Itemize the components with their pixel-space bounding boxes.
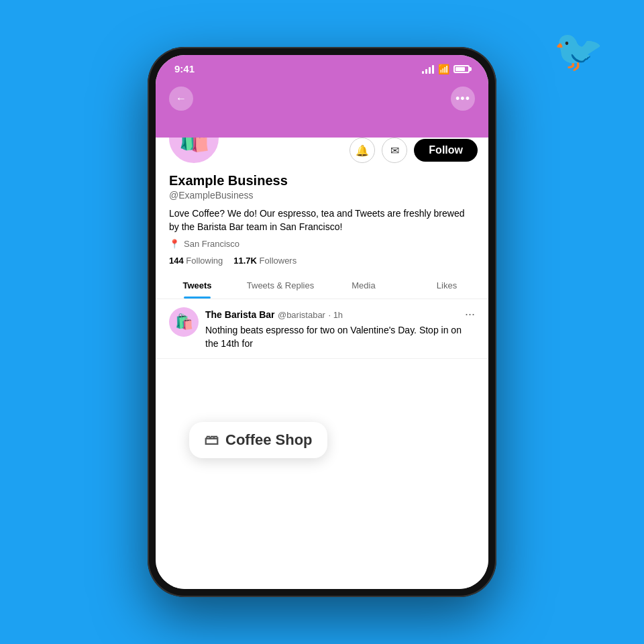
stats-row: 144 Following 11.7K Followers: [156, 249, 488, 266]
avatar: 🛍️: [166, 138, 221, 166]
tweet-header: The Barista Bar @baristabar · 1h ···: [205, 307, 475, 321]
phone-shell: 9:41 📶 ←: [148, 47, 496, 597]
twitter-logo: 🐦: [553, 27, 604, 74]
location-icon: 📍: [169, 239, 180, 249]
location-row: 📍 San Francisco: [169, 239, 475, 249]
briefcase-icon: 🗃: [204, 431, 219, 449]
signal-bar-1: [422, 71, 424, 74]
message-button[interactable]: ✉: [382, 138, 407, 163]
tab-likes[interactable]: Likes: [405, 272, 488, 299]
following-stat[interactable]: 144 Following: [169, 256, 223, 266]
signal-bar-3: [429, 67, 431, 74]
display-name: Example Business: [169, 172, 475, 189]
bell-icon: 🔔: [356, 144, 369, 157]
status-time: 9:41: [174, 63, 195, 74]
bio: Love Coffee? We do! Our espresso, tea an…: [169, 207, 475, 233]
category-tooltip: 🗃 Coffee Shop: [189, 422, 327, 458]
signal-bars-icon: [422, 64, 434, 74]
status-icons: 📶: [422, 64, 470, 74]
username: @ExampleBusiness: [169, 190, 475, 201]
tweet-more-icon[interactable]: ···: [465, 307, 475, 321]
header-nav: ← •••: [169, 87, 475, 111]
location-text: San Francisco: [184, 239, 239, 249]
tweet-author-handle: @baristabar: [278, 310, 325, 320]
follow-button[interactable]: Follow: [414, 139, 478, 162]
mail-icon: ✉: [390, 144, 399, 157]
category-label: Coffee Shop: [225, 431, 313, 449]
tab-tweets-replies[interactable]: Tweets & Replies: [239, 272, 322, 299]
followers-count: 11.7K: [233, 256, 257, 266]
notifications-button[interactable]: 🔔: [350, 138, 375, 163]
tweet-author-info: The Barista Bar @baristabar · 1h: [205, 309, 343, 321]
tweet-text: Nothing beats espresso for two on Valent…: [205, 324, 475, 350]
wifi-icon: 📶: [438, 64, 449, 74]
profile-content: 🛍️ 🔔 ✉ Follow Example Business @Exam: [156, 138, 488, 589]
back-icon: ←: [176, 93, 186, 105]
back-button[interactable]: ←: [169, 87, 193, 111]
followers-stat[interactable]: 11.7K Followers: [233, 256, 297, 266]
tweet-content: The Barista Bar @baristabar · 1h ··· Not…: [205, 307, 475, 350]
phone-screen: 9:41 📶 ←: [156, 55, 488, 589]
tab-media[interactable]: Media: [322, 272, 405, 299]
battery-icon: [453, 65, 470, 73]
more-icon: •••: [455, 92, 470, 106]
tabs-row: Tweets Tweets & Replies Media Likes: [156, 272, 488, 299]
following-label: Following: [186, 256, 223, 266]
tweet-avatar: 🛍️: [169, 307, 199, 337]
tab-tweets[interactable]: Tweets: [156, 272, 239, 299]
avatar-actions-row: 🛍️ 🔔 ✉ Follow: [156, 138, 488, 167]
profile-header-banner: ← •••: [156, 78, 488, 138]
phone-frame: 9:41 📶 ←: [148, 47, 496, 597]
profile-info: Example Business @ExampleBusiness Love C…: [156, 167, 488, 249]
tweet-author-name: The Barista Bar: [205, 309, 274, 320]
following-count: 144: [169, 256, 184, 266]
followers-label: Followers: [260, 256, 297, 266]
more-options-button[interactable]: •••: [451, 87, 475, 111]
tweet-item[interactable]: 🛍️ The Barista Bar @baristabar · 1h ··· …: [156, 299, 488, 359]
profile-actions: 🔔 ✉ Follow: [350, 138, 478, 167]
signal-bar-4: [432, 65, 434, 74]
status-bar: 9:41 📶: [156, 55, 488, 78]
tweet-time: · 1h: [328, 310, 343, 320]
battery-fill: [455, 67, 465, 71]
signal-bar-2: [425, 69, 427, 74]
